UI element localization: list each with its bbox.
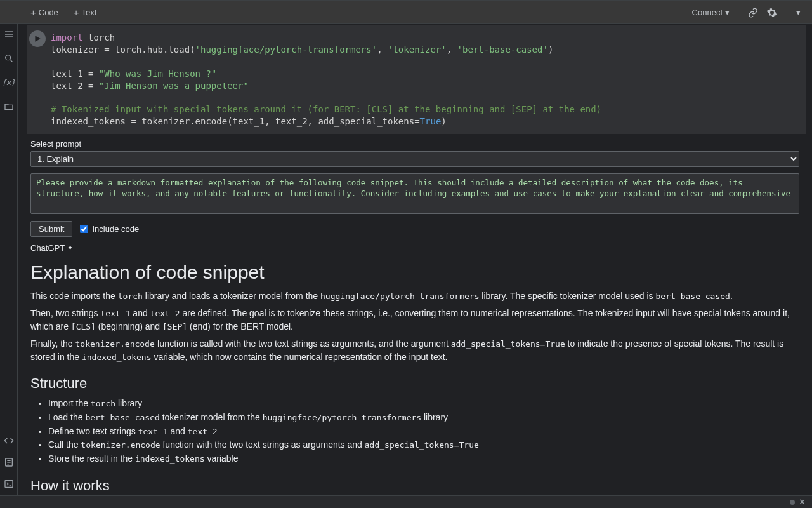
add-text-button[interactable]: +Text [67, 4, 103, 20]
svg-line-4 [10, 60, 12, 62]
svg-marker-14 [35, 36, 40, 42]
close-icon[interactable]: ✕ [799, 497, 806, 507]
status-dot-icon [790, 500, 795, 505]
include-code-checkbox[interactable]: Include code [80, 224, 139, 234]
code-cell[interactable]: import torch tokenizer = torch.hub.load(… [27, 25, 806, 134]
toolbar: +Code +Text Connect▾ ▾ [0, 1, 812, 24]
chatgpt-label: ChatGPT✦ [30, 243, 799, 253]
terminal-icon[interactable] [3, 478, 15, 490]
prompt-select[interactable]: 1. Explain [30, 151, 799, 167]
variables-icon[interactable]: {x} [3, 76, 15, 89]
svg-rect-9 [5, 481, 13, 488]
add-code-button[interactable]: +Code [24, 4, 65, 20]
run-button[interactable] [29, 30, 46, 47]
chevron-down-icon[interactable]: ▾ [789, 4, 807, 22]
output-h1: Explanation of code snippet [30, 262, 799, 283]
folder-icon[interactable] [3, 100, 15, 113]
plus-icon: + [30, 7, 36, 18]
svg-rect-1 [5, 34, 13, 34]
gear-icon[interactable] [763, 4, 781, 22]
code-editor[interactable]: import torch tokenizer = torch.hub.load(… [48, 25, 806, 134]
chevron-down-icon: ▾ [725, 8, 730, 17]
submit-button[interactable]: Submit [30, 221, 72, 237]
svg-point-3 [5, 55, 10, 60]
svg-rect-2 [5, 36, 13, 37]
prompt-textarea[interactable]: Please provide a markdown formatted expl… [30, 173, 799, 214]
plus-icon: + [74, 7, 79, 18]
output-markdown: Explanation of code snippet This code im… [18, 262, 812, 495]
left-rail: {x} [0, 24, 18, 495]
code-icon[interactable] [3, 434, 15, 447]
document-icon[interactable] [3, 456, 15, 469]
search-icon[interactable] [3, 52, 15, 65]
sparkle-icon: ✦ [67, 244, 73, 252]
link-icon[interactable] [744, 4, 762, 22]
status-bar: ✕ [0, 495, 812, 508]
svg-rect-0 [5, 31, 13, 32]
toc-icon[interactable] [3, 28, 15, 41]
select-prompt-label: Select prompt [30, 139, 799, 149]
connect-button[interactable]: Connect▾ [686, 5, 736, 20]
